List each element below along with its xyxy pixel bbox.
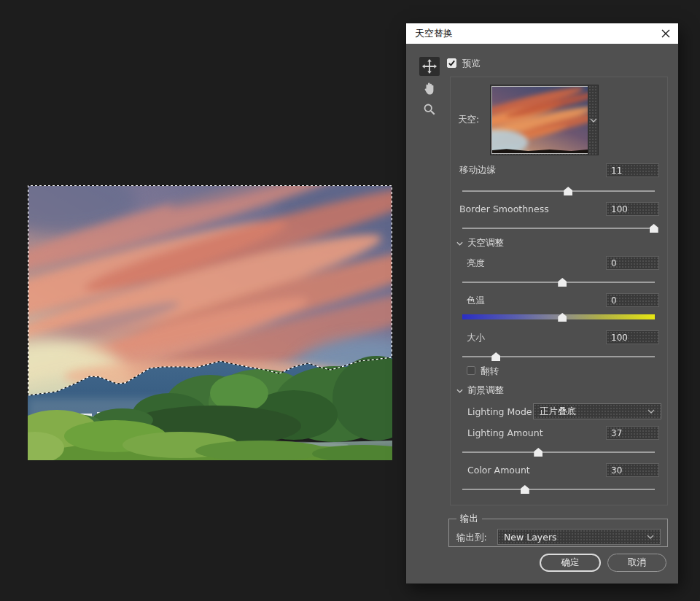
hand-tool-button[interactable] bbox=[419, 79, 440, 98]
dialog-titlebar[interactable]: 天空替换 bbox=[406, 23, 678, 44]
chevron-down-icon bbox=[456, 241, 463, 246]
scale-input[interactable] bbox=[606, 330, 659, 344]
close-icon[interactable] bbox=[659, 27, 672, 40]
sky-adjustments-title: 天空调整 bbox=[467, 237, 504, 249]
color-amount-input[interactable] bbox=[606, 463, 659, 477]
brightness-input[interactable] bbox=[606, 256, 659, 270]
sky-preset-combo[interactable] bbox=[490, 85, 599, 155]
slider-track[interactable] bbox=[462, 190, 655, 192]
slider-thumb[interactable] bbox=[650, 224, 658, 233]
slider-thumb[interactable] bbox=[491, 352, 500, 361]
foreground-adjustments-section-header[interactable]: 前景调整 bbox=[456, 384, 504, 397]
slider-track[interactable] bbox=[462, 228, 655, 229]
lighting-mode-label: Lighting Mode: bbox=[467, 406, 535, 417]
border-smoothness-label: Border Smoothness bbox=[459, 203, 549, 214]
shift-edge-label: 移动边缘 bbox=[459, 164, 496, 177]
sky-thumbnail-image bbox=[492, 87, 588, 153]
sky-adjustments-section-header[interactable]: 天空调整 bbox=[456, 237, 504, 249]
ok-button[interactable]: 确定 bbox=[540, 554, 601, 572]
temperature-input[interactable] bbox=[606, 293, 659, 307]
sky-preset-dropdown-button[interactable] bbox=[588, 85, 598, 155]
slider-track[interactable] bbox=[462, 451, 655, 453]
slider-thumb[interactable] bbox=[558, 278, 567, 287]
output-to-label: 输出到: bbox=[456, 532, 487, 544]
sky-preset-thumbnail[interactable] bbox=[491, 86, 588, 154]
chevron-down-icon bbox=[590, 118, 597, 123]
output-group: 输出 输出到: New Layers bbox=[448, 513, 668, 547]
chevron-down-icon bbox=[456, 389, 463, 393]
color-amount-slider[interactable] bbox=[462, 484, 655, 495]
output-to-dropdown[interactable]: New Layers bbox=[497, 529, 661, 545]
slider-track[interactable] bbox=[462, 489, 655, 490]
preview-checkbox[interactable] bbox=[447, 58, 456, 68]
color-amount-label: Color Amount bbox=[467, 465, 530, 476]
document-canvas[interactable] bbox=[28, 185, 392, 460]
slider-thumb[interactable] bbox=[534, 448, 542, 457]
border-smoothness-slider[interactable] bbox=[462, 223, 655, 233]
settings-panel: 天空: bbox=[450, 77, 668, 505]
dialog-title: 天空替换 bbox=[415, 27, 453, 40]
temperature-slider[interactable] bbox=[462, 312, 655, 322]
lighting-amount-label: Lighting Amount bbox=[467, 427, 543, 438]
lighting-amount-slider[interactable] bbox=[462, 447, 655, 457]
chevron-down-icon bbox=[648, 409, 655, 414]
output-legend: 输出 bbox=[456, 513, 482, 525]
hand-icon bbox=[423, 81, 436, 96]
slider-thumb[interactable] bbox=[564, 187, 572, 195]
foreground-adjustments-title: 前景调整 bbox=[467, 384, 504, 397]
move-icon bbox=[421, 58, 438, 74]
shift-edge-slider[interactable] bbox=[462, 186, 655, 196]
flip-label: 翻转 bbox=[481, 365, 499, 378]
lighting-amount-input[interactable] bbox=[606, 426, 659, 440]
preview-label: 预览 bbox=[462, 58, 481, 70]
lighting-mode-dropdown[interactable]: 正片叠底 bbox=[533, 403, 661, 419]
sky-replacement-dialog: 天空替换 预览 天空: bbox=[406, 23, 678, 583]
zoom-icon bbox=[423, 103, 436, 116]
brightness-slider[interactable] bbox=[462, 277, 655, 287]
landscape-photo bbox=[28, 185, 392, 460]
temperature-label: 色温 bbox=[467, 295, 485, 307]
border-smoothness-input[interactable] bbox=[606, 202, 659, 216]
scale-label: 大小 bbox=[467, 332, 485, 344]
check-icon bbox=[448, 59, 456, 67]
zoom-tool-button[interactable] bbox=[419, 100, 440, 119]
shift-edge-input[interactable] bbox=[606, 163, 659, 177]
brightness-label: 亮度 bbox=[467, 257, 485, 270]
slider-track[interactable] bbox=[462, 356, 655, 357]
flip-checkbox[interactable] bbox=[467, 366, 475, 375]
cancel-button[interactable]: 取消 bbox=[607, 554, 666, 572]
lighting-mode-value: 正片叠底 bbox=[540, 406, 648, 418]
slider-thumb[interactable] bbox=[521, 485, 529, 494]
move-tool-button[interactable] bbox=[419, 57, 440, 76]
output-to-value: New Layers bbox=[504, 532, 647, 543]
sky-label: 天空: bbox=[458, 114, 479, 126]
chevron-down-icon bbox=[647, 535, 654, 539]
scale-slider[interactable] bbox=[462, 352, 655, 362]
